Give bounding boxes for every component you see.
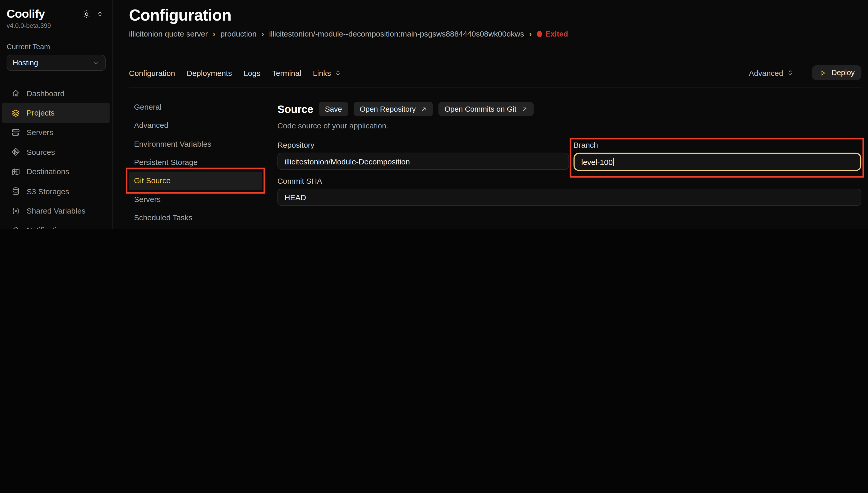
source-section: Source Save Open Repository Open Commits… [277,97,861,229]
tab-logs[interactable]: Logs [244,68,260,77]
branch-input[interactable]: level-100 [573,153,861,171]
team-label: Current Team [7,43,106,51]
text-cursor [613,158,614,166]
variable-icon [11,206,21,216]
status-text: Exited [546,29,568,38]
subnav-item-advanced[interactable]: Advanced [129,116,262,134]
sidebar-item-projects[interactable]: Projects [2,103,110,123]
breadcrumb-item[interactable]: illicitestonion/-module--decomposition:m… [269,29,524,38]
home-icon [11,88,21,98]
configuration-content: GeneralAdvancedEnvironment VariablesPers… [129,97,861,229]
team-select[interactable]: Hosting [7,55,106,71]
sidebar-item-destinations[interactable]: Destinations [2,162,110,181]
advanced-dropdown[interactable]: Advanced [745,68,797,78]
subnav-item-persistent-storage[interactable]: Persistent Storage [129,153,262,171]
sidebar-item-label: Destinations [26,167,69,176]
play-icon [819,69,827,77]
section-title: Source [277,103,313,115]
deploy-button[interactable]: Deploy [812,65,861,80]
subnav-item-environment-variables[interactable]: Environment Variables [129,134,262,153]
open-repository-button[interactable]: Open Repository [354,102,433,116]
git-source-icon [11,147,21,157]
database-icon [11,187,21,196]
map-icon [11,167,21,176]
tab-terminal[interactable]: Terminal [272,68,301,77]
subnav-item-scheduled-tasks[interactable]: Scheduled Tasks [129,209,262,227]
commit-sha-input[interactable] [277,189,861,206]
app-logo[interactable]: Coolify [7,7,45,21]
sidebar-item-dashboard[interactable]: Dashboard [2,84,110,103]
sidebar-item-servers[interactable]: Servers [2,123,110,142]
settings-subnav: GeneralAdvancedEnvironment VariablesPers… [129,97,277,229]
branch-field: Branch level-100 [573,141,861,171]
selector-icon [334,69,342,77]
sidebar: Coolify v4.0.0-beta.399 Current Team Hos… [0,0,113,229]
selector-icon [787,69,794,77]
server-icon [11,128,21,137]
branch-label: Branch [573,141,861,149]
status-dot-icon [537,30,542,37]
sidebar-selector-icon[interactable] [96,10,104,18]
tabs-divider [129,87,861,87]
main-area: Configuration illicitonion quote server›… [113,0,868,229]
breadcrumb-item[interactable]: illicitonion quote server [129,29,208,38]
tabs: ConfigurationDeploymentsLogsTerminalLink… [129,68,342,77]
sidebar-item-label: Shared Variables [26,206,85,215]
breadcrumb-separator: › [213,29,215,38]
app-root: Coolify v4.0.0-beta.399 Current Team Hos… [0,0,868,229]
tab-deployments[interactable]: Deployments [187,68,232,77]
breadcrumb: illicitonion quote server›production›ill… [129,29,861,38]
app-version: v4.0.0-beta.399 [0,21,112,29]
sidebar-item-label: Notifications [26,226,69,229]
sidebar-item-shared-variables[interactable]: Shared Variables [2,201,110,220]
sidebar-item-label: Servers [26,128,53,137]
sidebar-item-label: S3 Storages [26,187,69,196]
status-badge: Exited [537,29,568,38]
page-title: Configuration [129,6,861,24]
external-link-icon [521,106,527,112]
subnav-item-webhooks[interactable]: Webhooks [129,227,262,229]
external-link-icon [421,106,427,112]
sidebar-nav: DashboardProjectsServersSourcesDestinati… [0,84,112,229]
team-select-value: Hosting [13,59,38,67]
breadcrumb-separator: › [261,29,264,38]
subnav-item-servers[interactable]: Servers [129,190,262,209]
open-commits-button[interactable]: Open Commits on Git [438,102,533,116]
top-actions: Advanced Deploy [745,65,861,80]
source-section-header: Source Save Open Repository Open Commits… [277,102,861,116]
subnav-item-general[interactable]: General [129,97,262,116]
source-form: Repository Branch level-100 [277,141,861,206]
sidebar-item-s3-storages[interactable]: S3 Storages [2,181,110,201]
repository-input[interactable] [277,153,569,170]
sidebar-item-label: Sources [26,148,55,156]
breadcrumb-separator: › [529,29,532,38]
sidebar-header: Coolify [0,0,112,21]
tab-configuration[interactable]: Configuration [129,68,175,77]
theme-toggle-icon[interactable] [82,9,91,19]
repository-field: Repository [277,141,569,171]
commit-sha-label: Commit SHA [277,176,861,185]
tabs-row: ConfigurationDeploymentsLogsTerminalLink… [129,65,861,80]
chevron-down-icon [93,60,100,66]
tab-links[interactable]: Links [313,68,342,77]
sidebar-item-label: Dashboard [26,89,64,98]
sidebar-item-sources[interactable]: Sources [2,142,110,162]
commit-sha-field: Commit SHA [277,176,861,206]
repository-label: Repository [277,141,569,149]
breadcrumb-item[interactable]: production [220,29,257,38]
subnav-item-git-source[interactable]: Git Source [129,171,262,190]
sidebar-item-label: Projects [26,109,55,117]
bell-icon [11,226,21,229]
sidebar-item-notifications[interactable]: Notifications [2,220,110,229]
layers-icon [11,108,21,118]
save-button[interactable]: Save [319,102,348,116]
section-description: Code source of your application. [277,121,861,130]
